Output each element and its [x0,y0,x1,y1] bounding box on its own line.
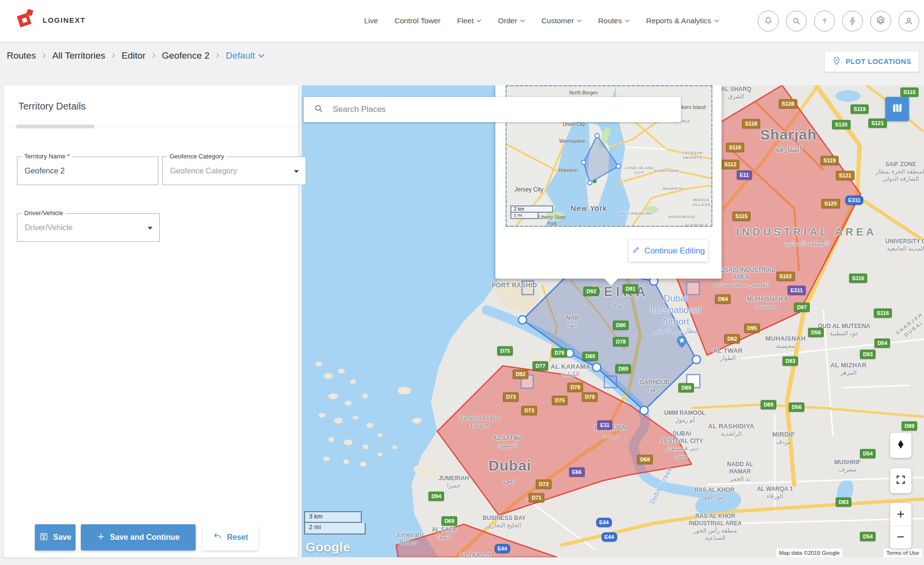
breadcrumb-editor[interactable]: Editor [122,50,146,61]
road-badge-d62: D62 [724,334,740,344]
road-badge-d72: D72 [536,480,552,489]
road-badge-d92: D92 [513,370,528,379]
road-badge-d89: D89 [678,383,694,392]
polygon-vertex-handle[interactable] [593,363,601,372]
reset-label: Reset [227,533,248,542]
nav-item-control-tower[interactable]: Control Tower [394,16,440,25]
breadcrumb-separator: › [42,48,46,62]
progress-bar [16,125,94,128]
search-icon[interactable] [786,11,807,31]
polygon-vertex-handle[interactable] [693,356,701,364]
map-type-button[interactable] [885,97,909,121]
nav-icon-group: ? [758,0,919,42]
breadcrumb-separator: › [152,48,156,62]
panel-title: Territory Details [18,101,86,112]
map-canvas[interactable]: PORT RASHIDDEIRAديرةNAIFنايفDubai Intern… [302,85,924,557]
breadcrumb-geofence-2[interactable]: Geofence 2 [162,50,209,61]
road-badge-s119: S119 [850,105,868,114]
nav-item-reports-analytics[interactable]: Reports & Analytics [646,16,719,25]
breadcrumb-all-territories[interactable]: All Territories [52,50,105,61]
road-badge-d73: D73 [503,392,519,402]
driver-vehicle-label: Driver/Vehicle [22,209,65,217]
breadcrumb-routes[interactable]: Routes [7,50,36,61]
road-badge-d75: D75 [497,346,513,356]
road-badge-s119: S119 [820,156,838,165]
road-badge-d80: D80 [613,321,629,330]
road-badge-s118: S118 [742,119,760,128]
save-label: Save [53,533,71,542]
road-badge-d78: D78 [613,337,629,346]
flash-icon[interactable] [842,11,863,31]
map-search-bar [304,97,681,122]
zoom-out-button[interactable]: − [890,526,911,549]
zoom-in-button[interactable]: + [890,503,911,526]
road-badge-d89: D89 [616,364,631,374]
breadcrumb-separator: › [216,48,220,62]
fullscreen-button[interactable] [890,468,911,493]
road-badge-s120: S120 [821,199,840,208]
road-badge-d54: D54 [875,339,890,348]
settings-icon[interactable] [870,11,891,31]
notifications-icon[interactable] [758,11,779,31]
reset-button[interactable]: Reset [202,524,258,550]
continue-editing-label: Continue Editing [645,246,705,256]
territory-name-field[interactable]: Territory Name * Geofence 2 [17,157,158,185]
polygon-vertex-handle[interactable] [519,316,527,324]
loginext-logo[interactable]: LOGINEXT [14,8,86,32]
minimap-marker [593,179,597,183]
terms-of-use-link[interactable]: Terms of Use [883,549,922,557]
road-badge-d91: D91 [623,284,638,294]
road-badge-d93: D93 [860,350,876,359]
breadcrumb: Routes›All Territories›Editor›Geofence 2… [7,42,264,70]
road-badge-e44: E44 [596,518,612,527]
search-places-input[interactable] [332,104,681,115]
polygon-vertex-handle[interactable] [640,407,648,415]
road-badge-d68: D68 [637,455,653,464]
draw-shape-button[interactable] [890,433,911,458]
road-badge-d56: D56 [789,403,804,412]
chevron-down-icon [148,227,153,230]
nav-item-fleet[interactable]: Fleet [457,16,481,25]
save-and-continue-button[interactable]: Save and Continue [81,524,196,550]
search-icon [313,103,324,116]
road-badge-s121: S121 [868,119,887,128]
nav-item-routes[interactable]: Routes [598,16,630,25]
road-badge-d78: D78 [568,383,583,392]
plot-locations-button[interactable]: PLOT LOCATIONS [825,51,919,72]
pin-check-icon [832,56,841,67]
plus-icon [97,533,105,543]
breadcrumb-current-default[interactable]: Default [226,50,264,61]
driver-vehicle-select[interactable]: Driver/Vehicle Driver/Vehicle [17,213,160,242]
road-badge-d54: D54 [860,449,876,458]
main-nav: LiveControl TowerFleetOrderCustomerRoute… [364,0,719,42]
road-badge-s128: S128 [779,99,797,109]
road-badge-s115: S115 [900,88,918,97]
minimap-scale-mi: 1 mi [510,213,539,219]
scale-bar-mi: 2 mi [304,523,366,534]
territory-details-panel: Territory Details Territory Name * Geofe… [4,85,298,557]
road-badge-s116: S116 [849,274,867,283]
help-icon[interactable]: ? [814,11,835,31]
road-badge-d93: D93 [783,357,798,366]
road-badge-s116: S116 [874,309,892,318]
undo-arrow-icon [213,532,222,543]
save-button[interactable]: Save [35,524,76,550]
territory-name-label: Territory Name * [22,153,72,160]
road-badge-d64: D64 [715,295,731,304]
nav-item-customer[interactable]: Customer [541,16,582,25]
account-icon[interactable] [898,11,919,31]
road-badge-d77: D77 [533,361,548,371]
road-badge-s102: S102 [776,272,795,281]
road-badge-e311: E311 [845,196,863,205]
road-badge-d79: D79 [552,348,567,358]
territory-name-value: Geofence 2 [25,167,65,175]
road-badge-e11: E11 [737,171,752,180]
geofence-category-select[interactable]: Geofence Category Geofence Category [162,157,306,185]
nav-item-order[interactable]: Order [498,16,525,25]
geofence-category-placeholder: Geofence Category [170,167,237,175]
road-badge-e44: E44 [494,544,510,553]
continue-editing-button[interactable]: Continue Editing [629,240,708,262]
road-badge-d73: D73 [522,406,537,415]
nav-item-live[interactable]: Live [364,16,378,25]
road-badge-d71: D71 [529,493,544,502]
